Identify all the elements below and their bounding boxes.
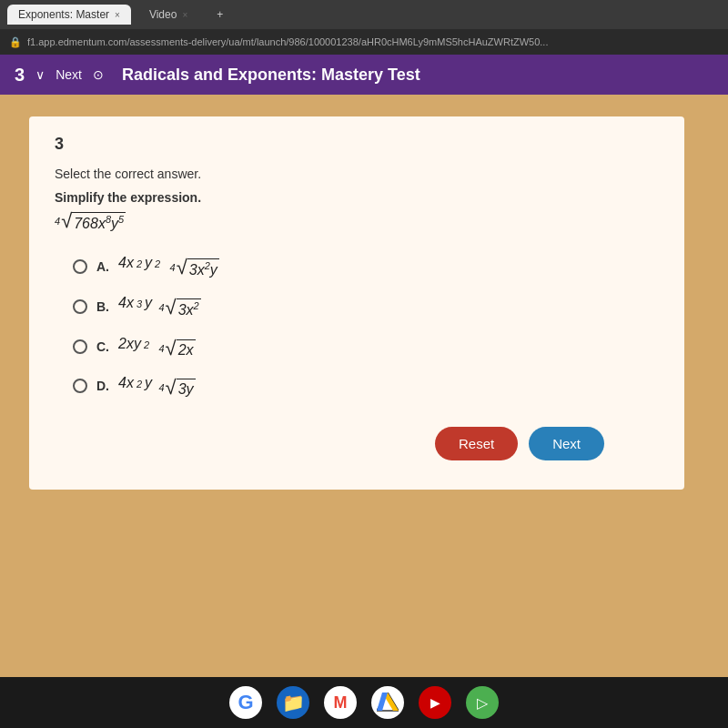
address-bar[interactable]: 🔒 f1.app.edmentum.com/assessments-delive…: [0, 29, 728, 55]
taskbar-youtube-icon[interactable]: ▶: [419, 686, 451, 719]
svg-marker-3: [377, 693, 388, 711]
choice-A-label: A.: [96, 259, 109, 274]
choice-C[interactable]: C. 2xy2 4 √ 2x: [73, 336, 659, 359]
reset-button[interactable]: Reset: [435, 427, 518, 460]
math-expression: 4 √ 768x8y5: [55, 212, 659, 233]
task-text: Simplify the expression.: [55, 190, 659, 205]
action-buttons: Reset Next: [55, 427, 659, 460]
chevron-down-icon[interactable]: ∨: [35, 67, 45, 82]
radical-index: 4: [55, 216, 60, 227]
choice-D-content: 4x2y 4 √ 3y: [118, 375, 196, 398]
inactive-tab-close[interactable]: ×: [182, 10, 187, 20]
inactive-tab-label: Video: [149, 8, 177, 21]
page-title: Radicals and Exponents: Mastery Test: [122, 66, 420, 85]
choice-C-content: 2xy2 4 √ 2x: [118, 336, 196, 359]
browser-chrome: Exponents: Master × Video × +: [0, 0, 728, 29]
active-tab-label: Exponents: Master: [18, 8, 109, 21]
main-content: 3 Select the correct answer. Simplify th…: [0, 95, 728, 677]
question-card: 3 Select the correct answer. Simplify th…: [29, 116, 684, 490]
taskbar-folder-icon[interactable]: 📁: [277, 686, 309, 719]
radio-B[interactable]: [73, 299, 87, 314]
radio-D[interactable]: [73, 379, 87, 393]
answer-choices: A. 4x2y2 4 √ 3x2y B. 4x3y 4: [73, 255, 659, 398]
radical-expression: 4 √ 768x8y5: [55, 212, 126, 233]
choice-A[interactable]: A. 4x2y2 4 √ 3x2y: [73, 255, 659, 279]
radio-C[interactable]: [73, 339, 87, 354]
choice-B-content: 4x3y 4 √ 3x2: [118, 295, 201, 319]
active-tab[interactable]: Exponents: Master ×: [7, 5, 131, 25]
active-tab-close[interactable]: ×: [115, 10, 120, 20]
radical-content: 768x8y5: [72, 212, 126, 233]
taskbar-gmail-icon[interactable]: M: [324, 686, 357, 719]
taskbar-drive-icon[interactable]: [371, 686, 404, 719]
question-number-header: 3: [15, 65, 25, 86]
taskbar: G 📁 M ▶ ▷: [0, 677, 728, 728]
taskbar-google-icon[interactable]: G: [229, 686, 262, 719]
next-link-header[interactable]: Next: [56, 67, 82, 82]
instruction-text: Select the correct answer.: [55, 167, 659, 181]
app-header: 3 ∨ Next ⊙ Radicals and Exponents: Maste…: [0, 55, 728, 95]
next-button[interactable]: Next: [529, 427, 604, 460]
choice-D[interactable]: D. 4x2y 4 √ 3y: [73, 375, 659, 398]
inactive-tab[interactable]: Video ×: [138, 5, 198, 25]
choice-D-label: D.: [96, 379, 109, 393]
radio-A[interactable]: [73, 259, 87, 274]
choice-B-label: B.: [96, 299, 109, 314]
url-text: f1.app.edmentum.com/assessments-delivery…: [27, 36, 548, 47]
choice-B[interactable]: B. 4x3y 4 √ 3x2: [73, 295, 659, 319]
next-circle-icon[interactable]: ⊙: [93, 67, 104, 82]
taskbar-play-icon[interactable]: ▷: [466, 686, 499, 719]
lock-icon: 🔒: [9, 36, 22, 48]
new-tab-button[interactable]: +: [206, 5, 234, 25]
radical-symbol: √: [61, 212, 72, 230]
choice-A-content: 4x2y2 4 √ 3x2y: [118, 255, 219, 279]
choice-C-label: C.: [96, 339, 109, 354]
question-number-badge: 3: [55, 135, 659, 154]
